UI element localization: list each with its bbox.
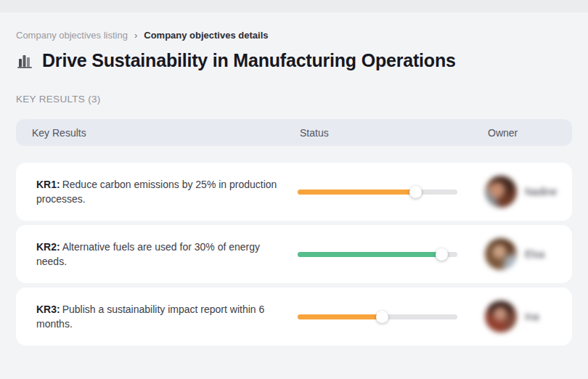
column-header-owner: Owner bbox=[475, 127, 572, 139]
kr1-text: KR1:Reduce carbon emissions by 25% in pr… bbox=[16, 177, 296, 206]
breadcrumb-listing-link[interactable]: Company objectives listing bbox=[16, 30, 128, 41]
progress-slider[interactable] bbox=[298, 248, 457, 261]
owner-name: Ina bbox=[525, 311, 539, 322]
owner-name: Nadine bbox=[525, 186, 557, 197]
kr2-description: Alternative fuels are used for 30% of en… bbox=[36, 241, 260, 267]
progress-fill bbox=[298, 314, 383, 319]
kr2-text: KR2:Alternative fuels are used for 30% o… bbox=[16, 240, 296, 269]
top-strip bbox=[0, 0, 588, 12]
objective-details-page: Company objectives listing › Company obj… bbox=[0, 30, 588, 346]
kr3-label: KR3: bbox=[36, 303, 60, 315]
kr3-status-cell bbox=[296, 310, 475, 323]
breadcrumb-details-current: Company objectives details bbox=[144, 30, 268, 41]
title-row: Drive Sustainability in Manufacturing Op… bbox=[16, 50, 572, 71]
column-header-status: Status bbox=[296, 127, 475, 139]
progress-fill bbox=[298, 190, 416, 195]
table-header: Key Results Status Owner bbox=[16, 119, 572, 146]
kr1-status-cell bbox=[296, 185, 475, 198]
kr2-label: KR2: bbox=[36, 241, 60, 253]
key-results-count-label: KEY RESULTS (3) bbox=[16, 94, 572, 105]
table-row-kr1[interactable]: KR1:Reduce carbon emissions by 25% in pr… bbox=[16, 163, 572, 221]
page-title: Drive Sustainability in Manufacturing Op… bbox=[42, 50, 456, 71]
owner-avatar bbox=[485, 238, 517, 270]
bar-chart-icon bbox=[16, 52, 34, 70]
kr2-status-cell bbox=[296, 248, 475, 261]
kr3-owner-cell: Ina bbox=[475, 301, 572, 333]
owner-avatar bbox=[485, 301, 517, 333]
progress-slider[interactable] bbox=[298, 185, 457, 198]
kr3-description: Publish a sustainability impact report w… bbox=[36, 303, 264, 330]
slider-thumb[interactable] bbox=[436, 248, 448, 261]
slider-thumb[interactable] bbox=[409, 186, 422, 198]
kr1-description: Reduce carbon emissions by 25% in produc… bbox=[36, 179, 277, 205]
kr2-owner-cell: Elsa bbox=[475, 238, 572, 270]
table-row-kr3[interactable]: KR3:Publish a sustainability impact repo… bbox=[16, 288, 572, 346]
kr3-text: KR3:Publish a sustainability impact repo… bbox=[16, 302, 296, 331]
kr1-owner-cell: Nadine bbox=[475, 176, 572, 208]
chevron-right-icon: › bbox=[134, 30, 137, 40]
column-header-key-results: Key Results bbox=[16, 127, 296, 139]
kr1-label: KR1: bbox=[36, 179, 60, 190]
breadcrumb: Company objectives listing › Company obj… bbox=[16, 30, 572, 41]
progress-fill bbox=[298, 252, 441, 257]
owner-avatar bbox=[485, 176, 517, 208]
table-row-kr2[interactable]: KR2:Alternative fuels are used for 30% o… bbox=[16, 225, 572, 283]
owner-name: Elsa bbox=[525, 248, 544, 260]
slider-thumb[interactable] bbox=[376, 311, 388, 323]
progress-slider[interactable] bbox=[298, 310, 457, 323]
